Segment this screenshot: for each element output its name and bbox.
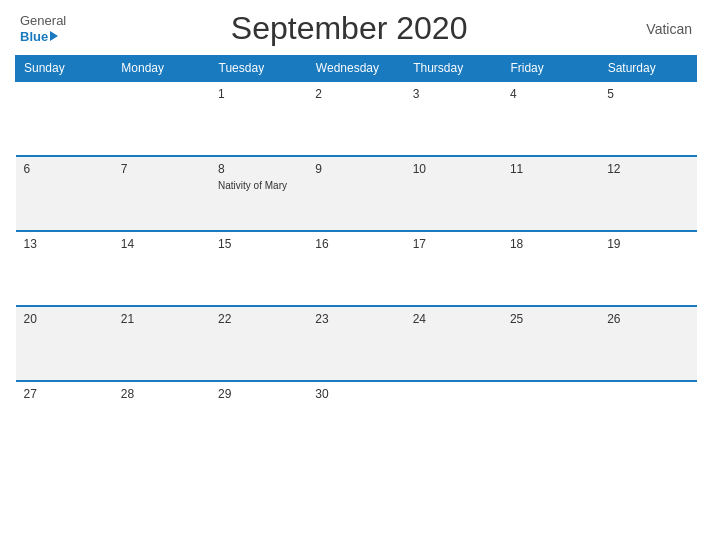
calendar-cell: 15 bbox=[210, 231, 307, 306]
header-monday: Monday bbox=[113, 56, 210, 82]
day-number: 21 bbox=[121, 312, 202, 326]
day-number: 1 bbox=[218, 87, 299, 101]
header-sunday: Sunday bbox=[16, 56, 113, 82]
logo-general-text: General bbox=[20, 13, 66, 29]
day-number: 14 bbox=[121, 237, 202, 251]
day-number: 30 bbox=[315, 387, 396, 401]
calendar-cell: 8Nativity of Mary bbox=[210, 156, 307, 231]
day-number: 3 bbox=[413, 87, 494, 101]
holiday-label: Nativity of Mary bbox=[218, 180, 299, 191]
calendar-cell: 21 bbox=[113, 306, 210, 381]
calendar-cell: 4 bbox=[502, 81, 599, 156]
day-number: 5 bbox=[607, 87, 688, 101]
calendar-week-3: 13141516171819 bbox=[16, 231, 697, 306]
calendar-week-1: 12345 bbox=[16, 81, 697, 156]
calendar-cell: 3 bbox=[405, 81, 502, 156]
weekday-header-row: Sunday Monday Tuesday Wednesday Thursday… bbox=[16, 56, 697, 82]
calendar-container: General Blue September 2020 Vatican Sund… bbox=[0, 0, 712, 550]
calendar-week-5: 27282930 bbox=[16, 381, 697, 456]
header-wednesday: Wednesday bbox=[307, 56, 404, 82]
calendar-cell: 1 bbox=[210, 81, 307, 156]
calendar-cell bbox=[599, 381, 696, 456]
month-title: September 2020 bbox=[66, 10, 632, 47]
calendar-cell: 29 bbox=[210, 381, 307, 456]
day-number: 2 bbox=[315, 87, 396, 101]
day-number: 17 bbox=[413, 237, 494, 251]
calendar-cell: 13 bbox=[16, 231, 113, 306]
calendar-cell bbox=[405, 381, 502, 456]
calendar-cell: 12 bbox=[599, 156, 696, 231]
logo-blue-text: Blue bbox=[20, 29, 48, 45]
day-number: 28 bbox=[121, 387, 202, 401]
calendar-cell: 22 bbox=[210, 306, 307, 381]
day-number: 10 bbox=[413, 162, 494, 176]
day-number: 26 bbox=[607, 312, 688, 326]
calendar-cell: 26 bbox=[599, 306, 696, 381]
calendar-cell: 28 bbox=[113, 381, 210, 456]
calendar-cell: 9 bbox=[307, 156, 404, 231]
calendar-week-2: 678Nativity of Mary9101112 bbox=[16, 156, 697, 231]
calendar-cell: 20 bbox=[16, 306, 113, 381]
calendar-cell bbox=[113, 81, 210, 156]
day-number: 13 bbox=[24, 237, 105, 251]
day-number: 25 bbox=[510, 312, 591, 326]
calendar-cell: 27 bbox=[16, 381, 113, 456]
day-number: 19 bbox=[607, 237, 688, 251]
header-thursday: Thursday bbox=[405, 56, 502, 82]
calendar-cell: 11 bbox=[502, 156, 599, 231]
day-number: 4 bbox=[510, 87, 591, 101]
header-tuesday: Tuesday bbox=[210, 56, 307, 82]
day-number: 11 bbox=[510, 162, 591, 176]
calendar-week-4: 20212223242526 bbox=[16, 306, 697, 381]
day-number: 20 bbox=[24, 312, 105, 326]
calendar-cell: 24 bbox=[405, 306, 502, 381]
day-number: 16 bbox=[315, 237, 396, 251]
logo-triangle-icon bbox=[50, 31, 58, 41]
day-number: 23 bbox=[315, 312, 396, 326]
day-number: 27 bbox=[24, 387, 105, 401]
calendar-cell: 2 bbox=[307, 81, 404, 156]
day-number: 22 bbox=[218, 312, 299, 326]
day-number: 9 bbox=[315, 162, 396, 176]
calendar-cell: 6 bbox=[16, 156, 113, 231]
day-number: 18 bbox=[510, 237, 591, 251]
calendar-cell: 23 bbox=[307, 306, 404, 381]
day-number: 8 bbox=[218, 162, 299, 176]
calendar-header: General Blue September 2020 Vatican bbox=[15, 10, 697, 47]
calendar-cell bbox=[16, 81, 113, 156]
day-number: 15 bbox=[218, 237, 299, 251]
logo: General Blue bbox=[20, 13, 66, 44]
calendar-cell: 25 bbox=[502, 306, 599, 381]
day-number: 29 bbox=[218, 387, 299, 401]
country-label: Vatican bbox=[632, 21, 692, 37]
day-number: 12 bbox=[607, 162, 688, 176]
calendar-cell: 19 bbox=[599, 231, 696, 306]
day-number: 24 bbox=[413, 312, 494, 326]
calendar-cell: 30 bbox=[307, 381, 404, 456]
calendar-cell: 14 bbox=[113, 231, 210, 306]
calendar-cell: 16 bbox=[307, 231, 404, 306]
header-friday: Friday bbox=[502, 56, 599, 82]
calendar-cell: 10 bbox=[405, 156, 502, 231]
calendar-cell: 17 bbox=[405, 231, 502, 306]
calendar-cell: 18 bbox=[502, 231, 599, 306]
day-number: 7 bbox=[121, 162, 202, 176]
calendar-grid: Sunday Monday Tuesday Wednesday Thursday… bbox=[15, 55, 697, 456]
calendar-cell: 7 bbox=[113, 156, 210, 231]
day-number: 6 bbox=[24, 162, 105, 176]
header-saturday: Saturday bbox=[599, 56, 696, 82]
calendar-cell: 5 bbox=[599, 81, 696, 156]
calendar-cell bbox=[502, 381, 599, 456]
